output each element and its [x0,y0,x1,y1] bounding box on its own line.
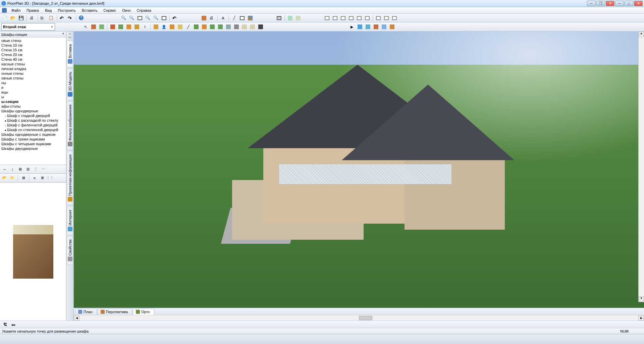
maximize-app-button[interactable]: □ [625,1,633,6]
zoom-button-4[interactable] [144,14,152,22]
menu-window[interactable]: Окно [119,8,133,13]
menu-help[interactable]: Справка [134,8,154,13]
print-preview-button[interactable] [208,14,216,22]
tab-insert[interactable]: Вставка [67,41,73,67]
scroll-thumb[interactable] [359,316,372,320]
status-icon-2[interactable]: 🛏 [10,322,16,327]
tree-item[interactable]: Шкафы с тремя ящиками [0,137,66,141]
cat-btn-2[interactable]: ↕ [9,166,16,173]
cat-btn-1[interactable]: ↔ [1,166,8,173]
line-button[interactable]: ╱ [230,14,238,22]
tab-properties[interactable]: Свойства [67,236,73,265]
distribute-button-2[interactable] [383,14,390,22]
tab-project-info[interactable]: Проектная информация [67,151,73,205]
tool-6[interactable] [201,23,208,31]
cat-btn-6[interactable]: ⋯ [40,166,47,173]
tree-item[interactable]: Шкафы однодверные [0,109,66,113]
open-button[interactable] [9,14,17,22]
render-button-5[interactable] [380,23,388,31]
help-button[interactable] [78,14,85,22]
view-tab-plan[interactable]: План [75,308,97,315]
sidebar-collapse-button[interactable]: «« [68,36,71,39]
tool-button-g2[interactable] [294,14,302,22]
view3d-button[interactable] [200,14,208,22]
align-button-5[interactable] [356,14,363,22]
sidebar-close-button[interactable]: × [69,32,71,36]
taskbar[interactable] [0,334,644,344]
mdi-icon[interactable] [2,8,7,13]
scroll-right-button[interactable]: ▶ [638,316,644,321]
view-tab-ortho[interactable]: Орто [133,308,154,315]
tree-item[interactable]: Стена 20 см [0,52,66,57]
zoom-extents-button[interactable] [160,14,168,22]
tree-item[interactable]: овные стены [0,76,66,80]
align-button-6[interactable] [364,14,371,22]
tree-item[interactable]: Стена 10 см [0,43,66,48]
align-button-3[interactable] [339,14,347,22]
tab-internet[interactable]: Интернет [67,206,73,235]
tree-item[interactable]: и [0,85,66,90]
menu-service[interactable]: Сервис [101,8,119,13]
render-button-1[interactable]: ▶ [348,23,356,31]
new-button[interactable] [1,14,9,22]
render-button-4[interactable] [372,23,380,31]
tool-1[interactable] [109,23,116,31]
scroll-down-button[interactable]: ▼ [639,296,644,302]
tree-item[interactable]: онные стены [0,71,66,76]
tool-9[interactable] [233,23,240,31]
tool-2[interactable] [117,23,124,31]
region-button[interactable] [247,14,254,22]
zoom-out-button[interactable] [128,14,136,22]
restore-button[interactable]: ❐ [596,1,605,6]
paste-button[interactable] [48,14,55,22]
cat-btn-7[interactable]: 📂 [1,175,8,181]
zoom-button-5[interactable] [152,14,160,22]
print-button[interactable] [29,14,36,22]
cat-btn-12[interactable]: ⋮⋮ [47,175,53,181]
tool-4[interactable] [152,23,160,31]
redo-button[interactable] [67,14,74,22]
cat-btn-4[interactable]: ⊟ [24,166,31,173]
menu-view[interactable]: Вид [42,8,54,13]
tool-beam[interactable]: I [141,23,149,31]
tree-item[interactable]: Шкаф с гладкой дверцей [0,113,66,118]
select-tool[interactable]: ↖ [82,23,89,31]
3d-viewport[interactable]: ▲ ▼ [74,32,644,308]
wall-tool[interactable] [90,23,97,31]
align-button-2[interactable] [331,14,339,22]
render-button-2[interactable] [356,23,364,31]
cat-btn-5[interactable]: ⋮ [32,166,39,173]
menu-edit[interactable]: Правка [24,8,42,13]
tab-image-filter[interactable]: Фильтр изображения [67,101,73,150]
tree-item[interactable]: Шкафы однодверные с ящиком [0,132,66,137]
status-icon-1[interactable]: 🏗 [2,322,8,327]
minimize-button[interactable]: ─ [587,1,596,6]
floor-selector[interactable]: Второй этаж [1,23,55,31]
render-button-3[interactable] [364,23,372,31]
tree-item[interactable]: Стена 15 см [0,48,66,52]
render-button-6[interactable] [388,23,396,31]
tool-cube[interactable] [168,23,176,31]
scroll-up-button[interactable]: ▲ [639,32,644,37]
tree-item[interactable]: ицы [0,90,66,95]
cat-btn-10[interactable]: ≡ [31,175,38,181]
tree-item[interactable]: Шкаф с филенчатой дверцей [0,123,66,127]
tree-item[interactable]: пичная кладка [0,66,66,71]
cat-btn-8[interactable]: 📁 [9,175,16,181]
tree-item[interactable]: овые стены [0,38,66,43]
rect-button[interactable] [238,14,246,22]
text-button[interactable]: A [219,14,227,22]
tree-item[interactable]: Шкаф со стеклянной дверцей [0,127,66,132]
distribute-button-1[interactable] [375,14,382,22]
tool-roof[interactable]: ╱ [184,23,192,31]
tool-8[interactable] [225,23,232,31]
tree-item[interactable]: ны [0,80,66,85]
tool-3[interactable] [125,23,132,31]
tree-item[interactable]: Шкафы двухдверные [0,146,66,151]
tool-person[interactable]: 👤 [160,23,168,31]
tool-column[interactable] [133,23,141,31]
tree-item[interactable]: Стена 40 см [0,57,66,62]
align-button-1[interactable] [323,14,331,22]
tree-item[interactable]: ы [0,95,66,99]
menu-build[interactable]: Построить [55,8,78,13]
